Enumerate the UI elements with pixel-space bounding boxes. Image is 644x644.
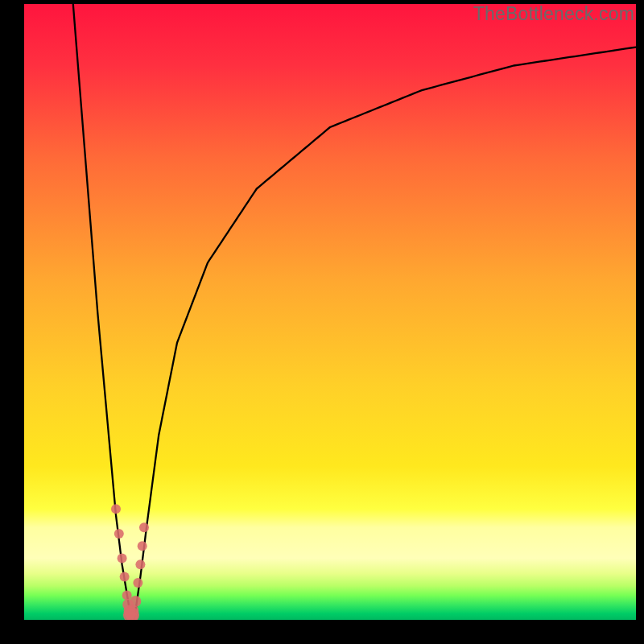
data-point (120, 572, 130, 581)
data-point (135, 559, 145, 569)
data-point (139, 522, 149, 532)
data-point (138, 541, 147, 551)
data-point (122, 590, 132, 600)
data-point (118, 554, 127, 564)
plot-frame (24, 4, 636, 620)
data-point (111, 504, 121, 514)
data-point (130, 596, 141, 607)
curve-right-branch (134, 47, 636, 620)
curves-layer (24, 4, 636, 620)
curve-left-branch (73, 4, 131, 620)
data-point (133, 578, 142, 588)
data-point (114, 529, 124, 539)
watermark-text: TheBottleneck.com (473, 3, 634, 25)
